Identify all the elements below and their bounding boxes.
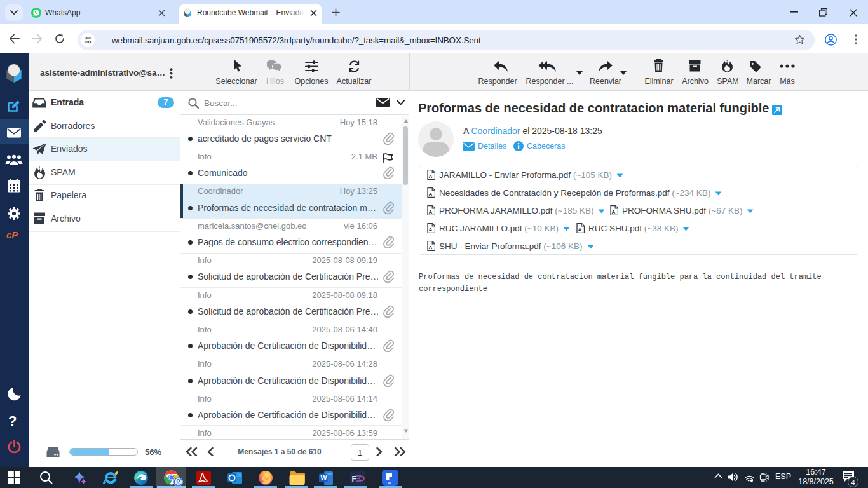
svg-text:A: A (428, 227, 432, 233)
svg-text:w: w (388, 481, 391, 485)
svg-text:F: F (352, 475, 356, 484)
svg-text:A: A (611, 209, 615, 215)
svg-text:A: A (428, 245, 432, 250)
svg-text:A: A (428, 173, 432, 179)
svg-text:W: W (321, 474, 327, 482)
svg-text:A: A (428, 209, 432, 215)
svg-text:A: A (578, 227, 581, 233)
svg-text:A: A (428, 191, 432, 197)
